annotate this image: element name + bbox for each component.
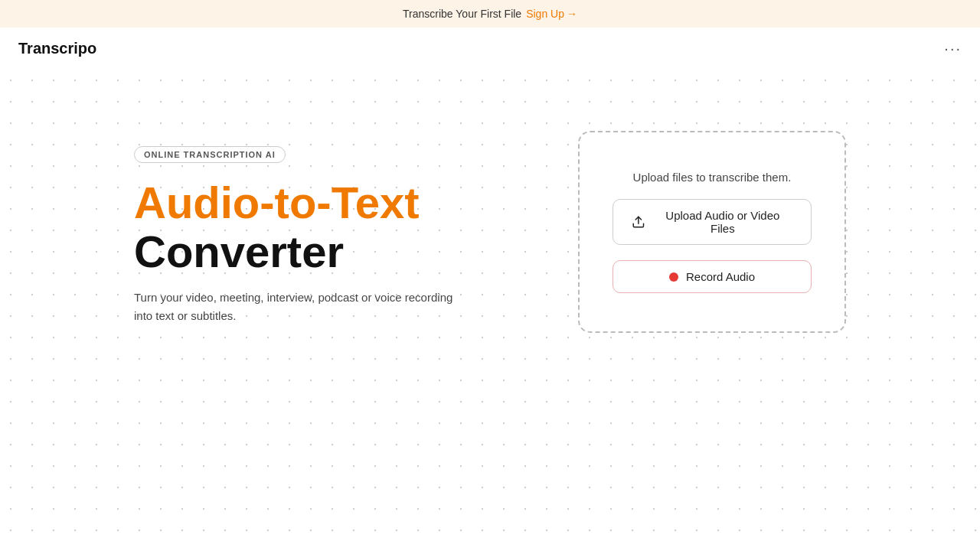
- main-title: Audio-to-Text Converter: [134, 178, 532, 276]
- upload-icon: [632, 215, 645, 229]
- banner-text: Transcribe Your First File: [403, 8, 521, 20]
- record-button[interactable]: Record Audio: [612, 260, 812, 293]
- record-dot-icon: [669, 272, 678, 282]
- top-banner: Transcribe Your First File Sign Up →: [0, 0, 980, 28]
- main-content: ONLINE TRANSCRIPTION AI Audio-to-Text Co…: [0, 70, 980, 546]
- navbar: Transcripo ···: [0, 28, 980, 70]
- arrow-icon: →: [567, 8, 577, 20]
- badge: ONLINE TRANSCRIPTION AI: [134, 146, 286, 163]
- upload-card: Upload files to transcribe them. Upload …: [578, 131, 846, 333]
- upload-button-label: Upload Audio or Video Files: [653, 209, 792, 235]
- signup-link[interactable]: Sign Up →: [526, 8, 577, 20]
- logo: Transcripo: [18, 40, 96, 57]
- subtitle: Turn your video, meeting, interview, pod…: [134, 289, 456, 325]
- signup-label: Sign Up: [526, 8, 564, 20]
- title-orange: Audio-to-Text: [134, 178, 420, 227]
- content-wrapper: ONLINE TRANSCRIPTION AI Audio-to-Text Co…: [0, 70, 980, 333]
- title-black: Converter: [134, 227, 344, 276]
- record-button-label: Record Audio: [686, 270, 755, 283]
- right-section: Upload files to transcribe them. Upload …: [578, 131, 846, 333]
- left-section: ONLINE TRANSCRIPTION AI Audio-to-Text Co…: [134, 131, 532, 325]
- menu-dots-button[interactable]: ···: [944, 40, 962, 57]
- upload-button[interactable]: Upload Audio or Video Files: [612, 199, 812, 245]
- upload-description: Upload files to transcribe them.: [633, 171, 792, 184]
